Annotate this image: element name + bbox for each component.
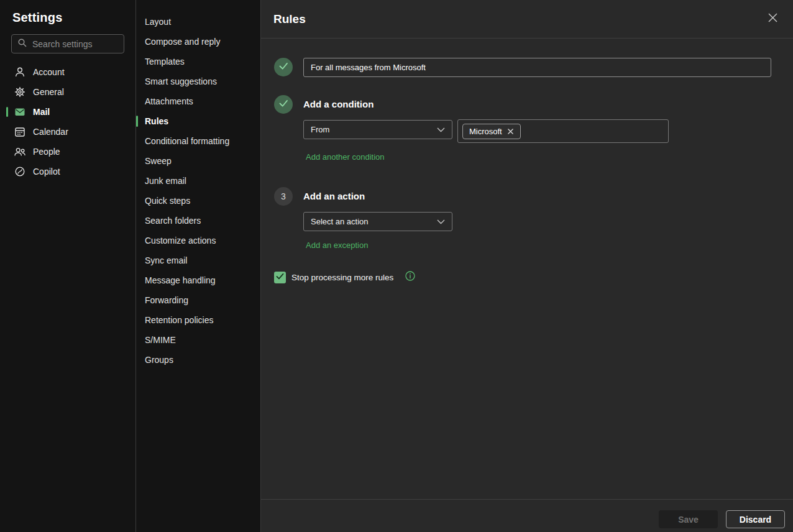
settings-sidebar: Settings Account — [0, 0, 136, 532]
action-dropdown[interactable]: Select an action — [303, 212, 452, 231]
save-button[interactable]: Save — [659, 510, 718, 528]
condition-value-field[interactable]: Microsoft — [457, 119, 669, 143]
nav-item-attachments[interactable]: Attachments — [136, 91, 260, 111]
person-icon — [14, 66, 26, 78]
active-indicator — [6, 127, 8, 137]
chip-label: Microsoft — [469, 127, 502, 136]
sidebar-item-label: Account — [33, 67, 65, 77]
nav-item-sweep[interactable]: Sweep — [136, 151, 260, 171]
sidebar-item-label: Copilot — [33, 167, 60, 177]
nav-item-label: Sync email — [145, 255, 187, 265]
chevron-down-icon — [437, 217, 445, 226]
nav-item-label: Attachments — [145, 96, 193, 106]
mail-settings-nav-list: Layout Compose and reply Templates Smart… — [136, 0, 260, 370]
nav-item-label: Customize actions — [145, 236, 216, 245]
settings-title: Settings — [0, 0, 135, 25]
calendar-icon — [14, 126, 26, 138]
nav-item-label: Groups — [145, 355, 173, 365]
sidebar-item-label: Mail — [33, 107, 50, 117]
panel-title: Rules — [273, 12, 306, 26]
nav-item-conditional-formatting[interactable]: Conditional formatting — [136, 131, 260, 151]
sidebar-item-copilot[interactable]: Copilot — [0, 162, 135, 181]
nav-item-label: Forwarding — [145, 295, 188, 305]
step-2-complete-badge — [274, 95, 293, 114]
nav-item-junk-email[interactable]: Junk email — [136, 171, 260, 191]
mail-settings-nav: Layout Compose and reply Templates Smart… — [136, 0, 261, 532]
active-indicator — [6, 147, 8, 157]
add-another-condition-link[interactable]: Add another condition — [306, 152, 384, 162]
sidebar-item-calendar[interactable]: Calendar — [0, 122, 135, 142]
search-icon — [17, 38, 27, 50]
step-3-badge: 3 — [274, 187, 293, 206]
nav-item-layout[interactable]: Layout — [136, 12, 260, 32]
nav-item-smart-suggestions[interactable]: Smart suggestions — [136, 71, 260, 91]
check-icon — [274, 57, 293, 78]
close-button[interactable] — [764, 11, 781, 27]
nav-item-customize-actions[interactable]: Customize actions — [136, 231, 260, 250]
stop-processing-label: Stop processing more rules — [291, 273, 393, 282]
nav-item-rules[interactable]: Rules — [136, 111, 260, 131]
nav-item-label: Rules — [145, 116, 168, 126]
nav-item-label: Layout — [145, 17, 171, 27]
nav-item-quick-steps[interactable]: Quick steps — [136, 191, 260, 211]
condition-type-value: From — [311, 125, 329, 134]
sidebar-item-label: People — [33, 147, 60, 157]
check-icon — [274, 94, 293, 115]
panel-header: Rules — [261, 0, 793, 39]
info-icon — [405, 270, 416, 284]
nav-item-label: Search folders — [145, 216, 201, 226]
info-button[interactable] — [404, 271, 416, 283]
action-dropdown-placeholder: Select an action — [311, 217, 369, 226]
active-indicator — [6, 87, 8, 97]
search-settings-box[interactable] — [11, 34, 124, 53]
rule-name-input[interactable] — [303, 58, 771, 77]
check-icon — [274, 270, 286, 285]
nav-item-smime[interactable]: S/MIME — [136, 330, 260, 350]
gear-icon — [14, 86, 26, 98]
active-indicator — [6, 107, 8, 117]
nav-item-label: Conditional formatting — [145, 136, 229, 146]
sidebar-item-mail[interactable]: Mail — [0, 102, 135, 122]
nav-item-compose-and-reply[interactable]: Compose and reply — [136, 32, 260, 52]
active-indicator — [6, 67, 8, 77]
stop-processing-checkbox[interactable] — [274, 272, 286, 283]
people-icon — [14, 145, 26, 158]
nav-item-sync-email[interactable]: Sync email — [136, 250, 260, 270]
active-indicator — [136, 116, 138, 127]
add-exception-link[interactable]: Add an exception — [306, 241, 368, 250]
sidebar-item-people[interactable]: People — [0, 142, 135, 162]
nav-item-forwarding[interactable]: Forwarding — [136, 290, 260, 310]
nav-item-label: Sweep — [145, 156, 172, 166]
panel-footer: Save Discard — [261, 499, 793, 532]
sidebar-item-label: Calendar — [33, 127, 68, 137]
condition-type-dropdown[interactable]: From — [303, 120, 452, 139]
discard-button[interactable]: Discard — [726, 510, 785, 528]
nav-item-label: S/MIME — [145, 335, 176, 345]
search-settings-input[interactable] — [32, 39, 118, 49]
nav-item-label: Smart suggestions — [145, 76, 217, 86]
mail-icon — [14, 106, 26, 118]
copilot-icon — [14, 165, 26, 178]
condition-value-chip[interactable]: Microsoft — [462, 124, 521, 139]
nav-item-templates[interactable]: Templates — [136, 52, 260, 71]
nav-item-message-handling[interactable]: Message handling — [136, 270, 260, 290]
sidebar-item-general[interactable]: General — [0, 82, 135, 102]
remove-chip-icon[interactable] — [507, 128, 514, 135]
active-indicator — [6, 167, 8, 177]
sidebar-item-account[interactable]: Account — [0, 62, 135, 82]
sidebar-nav: Account General — [0, 62, 135, 181]
step-1-complete-badge — [274, 58, 293, 76]
nav-item-label: Message handling — [145, 275, 216, 285]
nav-item-label: Retention policies — [145, 315, 214, 325]
nav-item-label: Templates — [145, 57, 185, 66]
nav-item-groups[interactable]: Groups — [136, 350, 260, 370]
add-action-heading: Add an action — [303, 191, 365, 201]
nav-item-search-folders[interactable]: Search folders — [136, 211, 260, 231]
add-condition-heading: Add a condition — [303, 99, 374, 109]
nav-item-retention-policies[interactable]: Retention policies — [136, 310, 260, 330]
nav-item-label: Compose and reply — [145, 37, 220, 47]
sidebar-item-label: General — [33, 87, 64, 97]
settings-dialog: Settings Account — [0, 0, 793, 532]
close-icon — [768, 12, 778, 25]
step-3-number: 3 — [281, 191, 286, 201]
